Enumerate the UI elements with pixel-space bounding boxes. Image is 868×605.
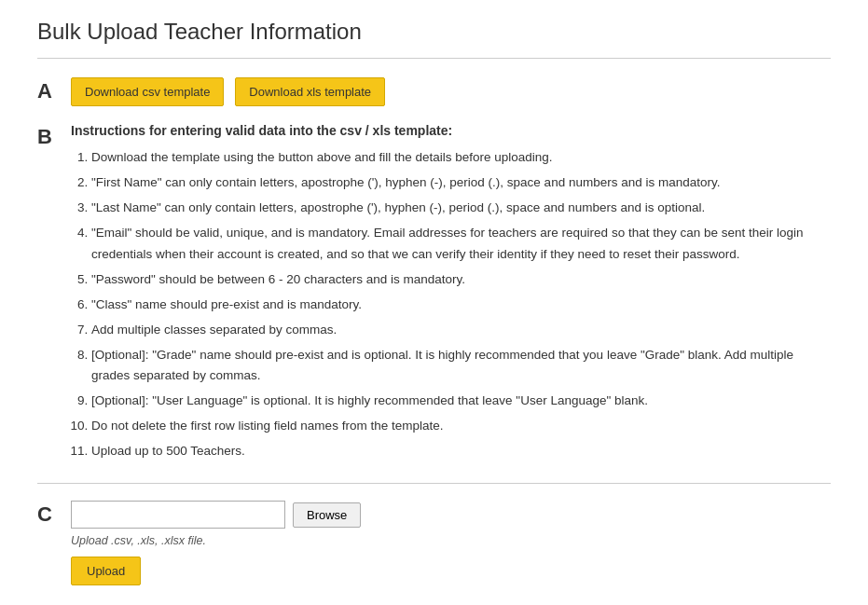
section-b: B Instructions for entering valid data i… bbox=[37, 123, 831, 466]
section-c-label: C bbox=[37, 501, 71, 527]
instruction-item-7: Add multiple classes separated by commas… bbox=[91, 320, 831, 341]
instruction-item-4: "Email" should be valid, unique, and is … bbox=[91, 223, 831, 266]
download-xls-button[interactable]: Download xls template bbox=[235, 77, 385, 106]
section-b-content: Instructions for entering valid data int… bbox=[71, 123, 831, 466]
section-b-label: B bbox=[37, 123, 71, 149]
section-a-content: Download csv template Download xls templ… bbox=[71, 77, 831, 106]
upload-row: Browse bbox=[71, 501, 831, 529]
section-divider bbox=[37, 483, 831, 484]
file-input[interactable] bbox=[71, 501, 285, 529]
instruction-item-10: Do not delete the first row listing fiel… bbox=[91, 416, 831, 437]
section-c: C Browse Upload .csv, .xls, .xlsx file. … bbox=[37, 501, 831, 585]
upload-hint: Upload .csv, .xls, .xlsx file. bbox=[71, 534, 831, 547]
title-divider bbox=[37, 58, 831, 59]
page-title: Bulk Upload Teacher Information bbox=[37, 19, 831, 45]
instructions-list: Download the template using the button a… bbox=[71, 147, 831, 462]
section-a: A Download csv template Download xls tem… bbox=[37, 77, 831, 106]
instruction-item-9: [Optional]: "User Language" is optional.… bbox=[91, 391, 831, 412]
browse-button[interactable]: Browse bbox=[293, 502, 361, 528]
instruction-item-1: Download the template using the button a… bbox=[91, 147, 831, 169]
instruction-item-8: [Optional]: "Grade" name should pre-exis… bbox=[91, 345, 831, 388]
download-csv-button[interactable]: Download csv template bbox=[71, 77, 224, 106]
instruction-item-5: "Password" should be between 6 - 20 char… bbox=[91, 269, 831, 291]
instruction-item-2: "First Name" can only contain letters, a… bbox=[91, 172, 831, 194]
section-c-content: Browse Upload .csv, .xls, .xlsx file. Up… bbox=[71, 501, 831, 585]
instruction-item-11: Upload up to 500 Teachers. bbox=[91, 441, 831, 462]
instruction-item-6: "Class" name should pre-exist and is man… bbox=[91, 295, 831, 316]
section-a-label: A bbox=[37, 77, 71, 103]
upload-button[interactable]: Upload bbox=[71, 557, 141, 585]
instructions-header: Instructions for entering valid data int… bbox=[71, 123, 831, 138]
instruction-item-3: "Last Name" can only contain letters, ap… bbox=[91, 198, 831, 219]
